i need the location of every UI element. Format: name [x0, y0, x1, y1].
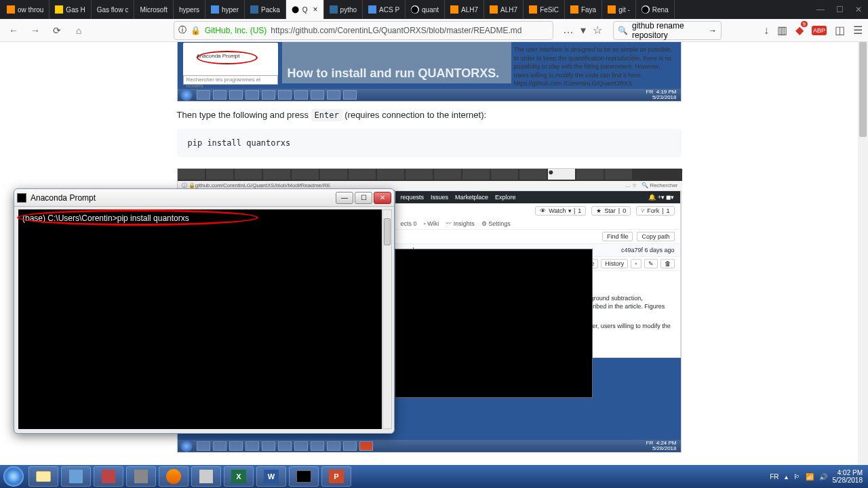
- bookmark-star-icon[interactable]: ☆: [593, 24, 602, 37]
- scrollbar-thumb[interactable]: [859, 42, 867, 137]
- abp-icon[interactable]: ABP: [812, 26, 827, 35]
- start-search-field: Rechercher les programmes et fichiers: [183, 75, 278, 85]
- embed1-heading: How to install and run QUANTORXS.: [288, 66, 500, 81]
- site-identity: GitHub, Inc. (US): [205, 26, 267, 35]
- windows-taskbar: X W P FR ▴ 🏳 📶 🔊 4:02 PM 5/28/2018: [0, 465, 868, 488]
- tab-1[interactable]: Gas H: [50, 0, 91, 19]
- search-icon: 🔍: [618, 26, 628, 35]
- search-bar[interactable]: 🔍 github rename repository →: [613, 21, 722, 40]
- code-block: pip install quantorxs: [177, 129, 682, 157]
- win-maximize-button[interactable]: ☐: [355, 192, 372, 204]
- tray-volume-icon[interactable]: 🔊: [819, 473, 827, 481]
- back-button[interactable]: ←: [5, 22, 22, 39]
- terminal-line: (base) C:\Users\Corentin>pip install qua…: [22, 214, 378, 223]
- window-title: Anaconda Prompt: [31, 193, 96, 203]
- page-scrollbar[interactable]: [858, 42, 868, 465]
- reader-icon[interactable]: ▾: [580, 24, 586, 37]
- system-tray[interactable]: FR ▴ 🏳 📶 🔊 4:02 PM 5/28/2018: [770, 469, 868, 484]
- cmd-icon: [17, 193, 26, 203]
- tab-16[interactable]: ⬤Rena: [636, 0, 675, 19]
- browser-navbar: ← → ⟳ ⌂ ⓘ 🔒 GitHub, Inc. (US) https://gi…: [0, 19, 868, 42]
- minimize-button[interactable]: —: [811, 0, 830, 19]
- taskbar-word[interactable]: W: [256, 466, 286, 487]
- tray-clock[interactable]: 4:02 PM 5/28/2018: [833, 469, 863, 484]
- taskbar-cmd[interactable]: [289, 466, 319, 487]
- browser-tab-strip: ow throu Gas H Gas flow c Microsoft hype…: [0, 0, 868, 19]
- search-go-icon[interactable]: →: [709, 26, 717, 35]
- taskbar-app-2[interactable]: [94, 466, 123, 487]
- downloads-icon[interactable]: ↓: [764, 24, 769, 37]
- address-bar[interactable]: ⓘ 🔒 GitHub, Inc. (US) https://github.com…: [174, 21, 553, 40]
- taskbar-excel[interactable]: X: [224, 466, 254, 487]
- tab-6[interactable]: Packa: [245, 0, 286, 19]
- tab-3[interactable]: Microsoft: [134, 0, 174, 19]
- tab-7-active[interactable]: ⬤Q×: [286, 0, 324, 19]
- terminal-scrollbar[interactable]: [382, 209, 392, 429]
- close-icon[interactable]: ×: [313, 5, 318, 14]
- tray-network-icon[interactable]: 📶: [806, 473, 814, 481]
- tab-14[interactable]: Faya: [565, 0, 602, 19]
- tab-5[interactable]: hyper: [205, 0, 245, 19]
- start-button[interactable]: [0, 465, 27, 488]
- taskbar-powerpoint[interactable]: P: [321, 466, 351, 487]
- tray-chevron-icon[interactable]: ▴: [785, 473, 788, 481]
- terminal-body[interactable]: (base) C:\Users\Corentin>pip install qua…: [18, 209, 382, 429]
- url-text: https://github.com/CorentinLG/QuantORXS/…: [271, 26, 521, 35]
- readme-image-startmenu: Anaconda Prompt Rechercher les programme…: [177, 42, 682, 102]
- window-titlebar[interactable]: Anaconda Prompt — ☐ ✕: [14, 189, 394, 207]
- readme-paragraph: Then type the following and press Enter …: [177, 108, 682, 122]
- anaconda-prompt-window[interactable]: Anaconda Prompt — ☐ ✕ (base) C:\Users\Co…: [14, 188, 395, 434]
- hamburger-menu-icon[interactable]: ☰: [853, 24, 863, 37]
- pocket-icon[interactable]: ◆: [795, 24, 804, 37]
- taskbar-explorer[interactable]: [28, 466, 58, 487]
- tab-4[interactable]: hypers: [174, 0, 205, 19]
- taskbar-firefox[interactable]: [159, 466, 189, 487]
- sidebar-icon[interactable]: ◫: [835, 24, 845, 37]
- tray-flag-icon[interactable]: 🏳: [793, 473, 800, 481]
- tab-8[interactable]: pytho: [324, 0, 363, 19]
- tab-0[interactable]: ow throu: [1, 0, 50, 19]
- reload-button[interactable]: ⟳: [49, 22, 65, 39]
- page-actions-icon[interactable]: …: [563, 24, 574, 37]
- window-controls: — ☐ ✕: [811, 0, 868, 19]
- anaconda-prompt-label: Anaconda Prompt: [197, 53, 240, 59]
- close-button[interactable]: ✕: [849, 0, 868, 19]
- tray-lang[interactable]: FR: [770, 473, 778, 481]
- tab-13[interactable]: FeSiC: [524, 0, 565, 19]
- home-button[interactable]: ⌂: [71, 22, 87, 39]
- lock-icon: 🔒: [191, 26, 201, 35]
- search-text: github rename repository: [632, 21, 705, 40]
- tab-11[interactable]: ALH7: [445, 0, 484, 19]
- github-link: https://github.com /CorentinLG/QuantORXS: [514, 80, 633, 87]
- maximize-button[interactable]: ☐: [830, 0, 849, 19]
- tab-12[interactable]: ALH7: [484, 0, 524, 19]
- win-close-button[interactable]: ✕: [374, 192, 391, 204]
- info-icon[interactable]: ⓘ: [178, 24, 186, 36]
- taskbar-app-3[interactable]: [126, 466, 156, 487]
- tab-15[interactable]: git -: [602, 0, 636, 19]
- forward-button[interactable]: →: [27, 22, 43, 39]
- win-minimize-button[interactable]: —: [336, 192, 353, 204]
- taskbar-app-4[interactable]: [191, 466, 221, 487]
- tab-2[interactable]: Gas flow c: [92, 0, 135, 19]
- tab-10[interactable]: ⬤quant: [406, 0, 445, 19]
- library-icon[interactable]: ▥: [777, 24, 787, 37]
- enter-code: Enter: [311, 109, 342, 121]
- taskbar-app-1[interactable]: [61, 466, 91, 487]
- tab-9[interactable]: ACS P: [363, 0, 406, 19]
